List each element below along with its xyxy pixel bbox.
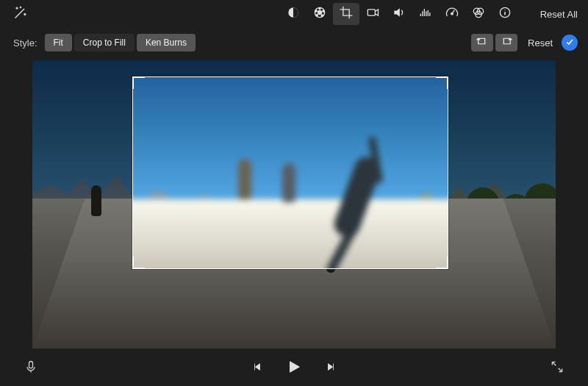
skip-back-icon <box>252 362 262 375</box>
svg-point-5 <box>321 15 323 16</box>
crop-rectangle[interactable] <box>132 76 448 269</box>
apply-crop-button[interactable] <box>562 35 578 51</box>
playback-bar <box>0 351 588 386</box>
auto-enhance-button[interactable] <box>7 3 34 25</box>
next-frame-button[interactable] <box>320 358 341 379</box>
volume-button[interactable] <box>386 3 412 25</box>
color-correction-button[interactable] <box>306 3 333 25</box>
camera-icon <box>365 5 380 23</box>
style-label: Style: <box>13 37 37 49</box>
reset-all-button[interactable]: Reset All <box>540 9 578 20</box>
speedometer-icon <box>445 5 459 23</box>
info-icon <box>498 5 512 23</box>
microphone-icon <box>24 360 38 377</box>
filters-icon <box>471 5 486 23</box>
adjustments-toolbar: Reset All <box>0 0 588 28</box>
skip-forward-icon <box>326 362 336 375</box>
rotate-ccw-button[interactable] <box>471 34 493 51</box>
crop-controls-bar: Style: Fit Crop to Fill Ken Burns Reset <box>0 28 588 57</box>
svg-point-6 <box>316 15 318 16</box>
svg-rect-14 <box>29 362 33 368</box>
adjustment-tools-group <box>280 3 518 25</box>
volume-icon <box>392 5 406 23</box>
previous-frame-button[interactable] <box>247 358 268 379</box>
svg-point-7 <box>315 10 317 12</box>
expand-icon <box>550 360 564 377</box>
svg-point-4 <box>323 10 324 12</box>
svg-rect-8 <box>368 10 375 15</box>
magic-wand-icon <box>13 5 28 23</box>
rotate-cw-icon <box>500 36 513 49</box>
svg-point-2 <box>318 11 321 15</box>
crop-handle-bottom-right[interactable] <box>436 257 448 269</box>
rotate-group <box>471 34 517 51</box>
voiceover-button[interactable] <box>21 358 41 379</box>
crop-button[interactable] <box>333 3 359 25</box>
crop-handle-bottom-left[interactable] <box>132 257 145 269</box>
fullscreen-button[interactable] <box>547 358 567 379</box>
rotate-ccw-icon <box>476 36 489 49</box>
equalizer-icon <box>418 5 433 23</box>
stabilization-button[interactable] <box>359 3 386 25</box>
color-wheel-icon <box>312 5 327 23</box>
crop-icon <box>339 5 354 23</box>
crop-style-segmented: Fit Crop to Fill Ken Burns <box>45 34 196 51</box>
crop-style-ken-burns[interactable]: Ken Burns <box>137 34 196 51</box>
crop-style-fit[interactable]: Fit <box>45 34 72 51</box>
crop-unmasked-preview <box>132 76 448 269</box>
svg-point-9 <box>451 12 453 15</box>
play-button[interactable] <box>284 358 304 379</box>
crop-handle-top-right[interactable] <box>436 76 448 89</box>
rotate-cw-button[interactable] <box>495 34 517 51</box>
color-balance-button[interactable] <box>280 3 306 25</box>
reset-crop-button[interactable]: Reset <box>528 37 553 49</box>
crop-style-crop-to-fill[interactable]: Crop to Fill <box>74 34 135 51</box>
checkmark-icon <box>565 36 574 49</box>
svg-point-3 <box>319 7 320 9</box>
playback-controls <box>247 358 341 379</box>
filters-button[interactable] <box>465 3 492 25</box>
crop-handle-top-left[interactable] <box>132 76 145 89</box>
color-balance-icon <box>286 5 301 23</box>
speed-button[interactable] <box>439 3 465 25</box>
video-preview[interactable] <box>32 60 556 349</box>
info-button[interactable] <box>492 3 518 25</box>
play-icon <box>286 359 302 378</box>
noise-reduction-button[interactable] <box>412 3 439 25</box>
